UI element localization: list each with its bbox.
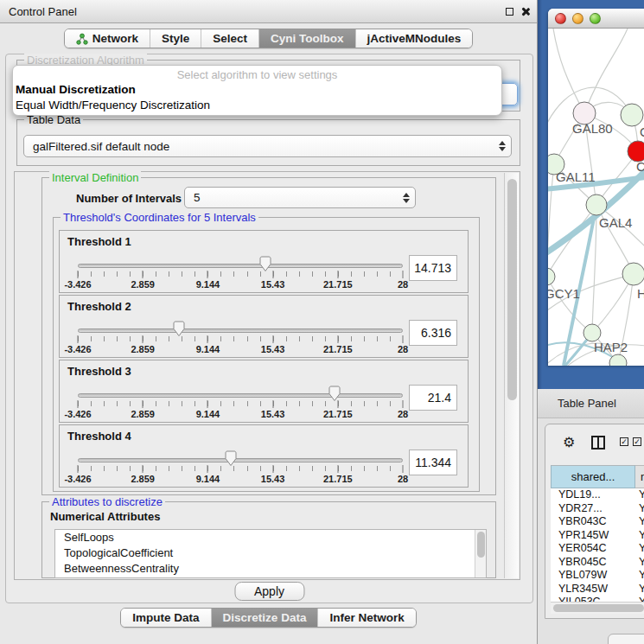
network-icon bbox=[76, 33, 88, 45]
cyni-content-panel: Discretization Algorithm Select algorith… bbox=[5, 54, 533, 603]
network-window-titlebar[interactable] bbox=[548, 9, 644, 29]
attributes-group-label: Attributes to discretize bbox=[49, 495, 165, 508]
node-gcy1[interactable] bbox=[548, 268, 555, 285]
tab-network[interactable]: Network bbox=[65, 29, 150, 48]
numerical-attributes-label: Numerical Attributes bbox=[50, 510, 160, 523]
table-row[interactable]: YPR145WYPR1 bbox=[551, 529, 644, 543]
threshold-1-value-field[interactable]: 14.713 bbox=[409, 255, 457, 281]
algorithm-option-equal-width[interactable]: Equal Width/Frequency Discretization bbox=[15, 98, 500, 113]
table-row[interactable]: YER054CYER0 bbox=[551, 542, 644, 556]
table-row[interactable]: YIL053CYIL0 bbox=[551, 596, 644, 602]
node-hap2[interactable] bbox=[583, 324, 601, 341]
network-view-window: GAL80 GA C GAL11 GAL4 GCY1 H HAP2 bbox=[548, 9, 644, 366]
table-row[interactable]: YBR045CYBR0 bbox=[551, 556, 644, 570]
algorithm-option-manual[interactable]: Manual Discretization bbox=[15, 82, 500, 98]
slider-thumb[interactable] bbox=[225, 450, 237, 467]
network-canvas[interactable]: GAL80 GA C GAL11 GAL4 GCY1 H HAP2 bbox=[548, 29, 644, 366]
algorithm-dropdown-popup: Select algorithm to view settings Manual… bbox=[12, 65, 502, 116]
svg-text:GA: GA bbox=[640, 124, 644, 139]
network-window-frame: GAL80 GA C GAL11 GAL4 GCY1 H HAP2 bbox=[538, 0, 644, 389]
bottom-tab-bar: Impute Data Discretize Data Infer Networ… bbox=[0, 608, 537, 628]
float-window-icon[interactable] bbox=[506, 8, 513, 16]
combo-spinner-icon bbox=[499, 141, 506, 151]
columns-icon[interactable] bbox=[591, 436, 605, 450]
attributes-group: Attributes to discretize Numerical Attri… bbox=[41, 501, 496, 578]
attributes-scrollbar[interactable] bbox=[475, 530, 486, 577]
table-rows: YDL19...YDL1 YDR27...YDR2 YBR043CYBR0 YP… bbox=[551, 488, 644, 602]
panel-title: Control Panel bbox=[9, 5, 77, 18]
threshold-coordinates-label: Threshold's Coordinates for 5 Intervals bbox=[61, 211, 258, 224]
threshold-coordinates-group: Threshold's Coordinates for 5 Intervals … bbox=[53, 217, 480, 492]
minimize-traffic-light-icon[interactable] bbox=[572, 13, 583, 24]
close-icon[interactable] bbox=[520, 7, 530, 16]
table-panel-bottom-widget bbox=[608, 634, 644, 644]
table-row[interactable]: YLR345WYLR3 bbox=[551, 583, 644, 596]
list-item[interactable]: BetweennessCentrality bbox=[55, 561, 486, 577]
interval-definition-label: Interval Definition bbox=[49, 171, 141, 184]
gear-icon[interactable]: ⚙ bbox=[563, 434, 575, 450]
threshold-4-panel: Threshold 4 -3.426 bbox=[59, 424, 469, 488]
node-top-right[interactable] bbox=[621, 104, 643, 126]
svg-text:C: C bbox=[636, 159, 644, 174]
control-panel-titlebar: Control Panel bbox=[0, 0, 537, 23]
number-of-intervals-label: Number of Intervals bbox=[76, 192, 182, 205]
table-panel-title: Table Panel bbox=[558, 397, 616, 410]
table-row[interactable]: YDR27...YDR2 bbox=[551, 502, 644, 516]
threshold-4-slider[interactable]: -3.426 2.859 9.144 15.43 21.715 28 bbox=[78, 425, 403, 488]
tab-jactivemnodules[interactable]: jActiveMNodules bbox=[356, 29, 473, 48]
settings-scrollbar[interactable] bbox=[504, 173, 519, 578]
table-row[interactable]: YBL079WYBL0 bbox=[551, 569, 644, 583]
threshold-2-slider[interactable]: -3.426 2.859 9.144 15.43 21.715 28 bbox=[78, 296, 403, 359]
checkbox-icon[interactable] bbox=[620, 437, 628, 446]
tab-select[interactable]: Select bbox=[201, 29, 259, 48]
table-row[interactable]: YDL19...YDL1 bbox=[551, 488, 644, 502]
table-header-row: shared... na bbox=[551, 465, 644, 488]
svg-text:GCY1: GCY1 bbox=[548, 286, 580, 301]
apply-button[interactable]: Apply bbox=[234, 582, 304, 601]
threshold-3-value-field[interactable]: 21.4 bbox=[409, 385, 457, 411]
table-panel-body: ⚙ shared... na YDL19...YDL1 YDR27...YDR2… bbox=[538, 418, 644, 644]
slider-thumb[interactable] bbox=[328, 386, 341, 402]
table-panel-box: ⚙ shared... na YDL19...YDL1 YDR27...YDR2… bbox=[545, 424, 644, 619]
threshold-3-slider[interactable]: -3.426 2.859 9.144 15.43 21.715 28 bbox=[78, 360, 403, 424]
svg-text:GAL4: GAL4 bbox=[599, 215, 632, 230]
threshold-3-panel: Threshold 3 -3.426 bbox=[59, 360, 469, 423]
tab-discretize-data[interactable]: Discretize Data bbox=[212, 609, 319, 627]
svg-text:HAP2: HAP2 bbox=[594, 340, 628, 354]
table-data-group: Table Data galFiltered.sif default node bbox=[16, 119, 520, 166]
right-panel: GAL80 GA C GAL11 GAL4 GCY1 H HAP2 Table … bbox=[538, 0, 644, 644]
tab-impute-data[interactable]: Impute Data bbox=[121, 609, 211, 627]
table-data-combo[interactable]: galFiltered.sif default node bbox=[23, 135, 512, 157]
list-item[interactable]: SelfLoops bbox=[55, 530, 486, 545]
threshold-2-panel: Threshold 2 -3.426 bbox=[59, 295, 469, 358]
column-header-shared-name[interactable]: shared... bbox=[551, 465, 635, 488]
number-of-intervals-combo[interactable]: 5 bbox=[184, 187, 416, 208]
column-header-name[interactable]: na bbox=[635, 465, 644, 488]
table-horizontal-scrollbar[interactable] bbox=[551, 602, 644, 614]
threshold-1-slider[interactable]: -3.426 2.859 9.144 15.43 21.715 28 bbox=[78, 231, 403, 294]
threshold-4-value-field[interactable]: 11.344 bbox=[409, 450, 457, 475]
tab-cyni-toolbox[interactable]: Cyni Toolbox bbox=[259, 29, 356, 48]
combo-spinner-icon bbox=[403, 193, 410, 203]
threshold-2-value-field[interactable]: 6.316 bbox=[409, 320, 457, 346]
slider-thumb[interactable] bbox=[173, 321, 185, 337]
tab-style[interactable]: Style bbox=[150, 29, 201, 48]
close-traffic-light-icon[interactable] bbox=[555, 13, 566, 24]
checkbox-icon[interactable] bbox=[633, 437, 641, 446]
threshold-1-panel: Threshold 1 bbox=[59, 230, 469, 293]
node-gal4[interactable] bbox=[586, 194, 607, 215]
tab-infer-network[interactable]: Infer Network bbox=[318, 609, 415, 627]
algorithm-settings-panel: Interval Definition Number of Intervals … bbox=[14, 171, 520, 580]
control-panel: Control Panel Network Style Select Cyni … bbox=[0, 0, 538, 644]
svg-text:GAL80: GAL80 bbox=[572, 121, 613, 136]
list-item[interactable]: TopologicalCoefficient bbox=[55, 545, 486, 561]
interval-definition-group: Interval Definition Number of Intervals … bbox=[41, 177, 496, 495]
zoom-traffic-light-icon[interactable] bbox=[590, 13, 601, 24]
node-h[interactable] bbox=[622, 263, 644, 285]
numerical-attributes-list: SelfLoops TopologicalCoefficient Between… bbox=[54, 529, 487, 578]
table-row[interactable]: YBR043CYBR0 bbox=[551, 515, 644, 529]
svg-text:H: H bbox=[637, 286, 644, 301]
table-toolbar: ⚙ bbox=[545, 424, 644, 464]
svg-text:GAL11: GAL11 bbox=[556, 169, 596, 184]
slider-thumb[interactable] bbox=[259, 256, 271, 272]
